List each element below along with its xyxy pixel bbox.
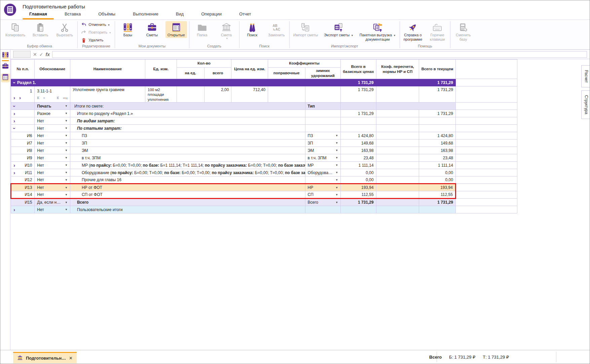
tab-structure[interactable]: Структура (581, 90, 590, 119)
dropdown[interactable]: Нет▼ (37, 177, 68, 182)
grid-cell[interactable] (305, 110, 341, 117)
formula-input[interactable] (52, 51, 587, 58)
grid-cell[interactable]: Нет▼ (35, 154, 70, 162)
grid-cell[interactable]: › (11, 206, 35, 213)
new-folder-button[interactable]: Папка (191, 21, 213, 38)
grid-cell[interactable]: Нет▼ (35, 125, 70, 132)
grid-cell[interactable]: И9 (11, 154, 35, 162)
grid-cell[interactable]: Тип (305, 103, 341, 110)
grid-cell[interactable]: в т.ч. ЗПМ (70, 154, 305, 162)
chevron-right-icon[interactable]: › (13, 112, 15, 115)
grid-cell[interactable]: 0,00 (341, 176, 376, 184)
grid-cell[interactable]: Прочие для главы 16 (70, 176, 305, 184)
grid-cell[interactable]: 1 424,80 (341, 132, 376, 139)
grid-cell[interactable]: И7 (11, 139, 35, 147)
change-base-button[interactable]: Сменитьбазу (452, 21, 474, 42)
help-about-button[interactable]: Справка опрограмме (402, 21, 424, 42)
grid-cell[interactable] (305, 206, 341, 213)
dropdown[interactable]: Нет▼ (37, 192, 68, 197)
grid-cell[interactable] (376, 125, 419, 132)
grid-cell[interactable]: И12 (11, 176, 35, 184)
grid-cell[interactable]: ЭМ (70, 147, 305, 154)
grid-cell[interactable]: И8 (11, 147, 35, 154)
dropdown[interactable]: Оборудование▼ (308, 170, 338, 175)
grid-cell[interactable]: По видам затрат: (70, 117, 305, 125)
grid-cell[interactable]: Нет▼ (35, 176, 70, 184)
dropdown[interactable]: Всего▼ (308, 200, 338, 205)
tab-volumes[interactable]: Объёмы (89, 9, 124, 19)
dropdown[interactable]: Да, если н…▼ (37, 200, 68, 205)
dropdown[interactable]: МР▼ (308, 163, 338, 168)
grid-cell[interactable]: ›И10 (11, 162, 35, 169)
delete-button[interactable]: Удалить (80, 37, 105, 44)
grid-cell[interactable]: Нет▼ (35, 191, 70, 199)
dropdown[interactable]: Нет▼ (37, 156, 68, 160)
grid-cell[interactable]: 1 111,14 (419, 162, 456, 169)
open-documents-button[interactable]: Открытые (165, 21, 187, 38)
grid-cell[interactable]: Нет▼ (35, 132, 70, 139)
dropdown[interactable]: Нет▼ (37, 185, 68, 190)
grid-cell[interactable]: 163,98 (419, 147, 456, 154)
grid-cell[interactable] (341, 125, 376, 132)
grid-cell[interactable] (376, 139, 419, 147)
close-icon[interactable]: ✕ (69, 356, 73, 361)
grid-cell[interactable]: ПЗ▼ (305, 132, 341, 139)
grid-cell[interactable]: 112,55 (341, 191, 376, 199)
strip-estimates-button[interactable] (1, 63, 10, 71)
grid-cell[interactable]: 0,00 (419, 176, 456, 184)
dropdown[interactable]: Нет▼ (37, 133, 68, 138)
grid-cell[interactable] (376, 169, 419, 176)
grid-cell[interactable] (376, 110, 419, 117)
chevron-right-icon[interactable]: › (19, 96, 21, 99)
dropdown[interactable]: Печать▼ (37, 104, 68, 109)
grid-cell[interactable] (376, 117, 419, 125)
grid-cell[interactable] (305, 117, 341, 125)
grid-cell[interactable] (419, 117, 456, 125)
tab-calculation[interactable]: Расчет (581, 65, 590, 87)
grid-cell[interactable]: 23,48 (419, 154, 456, 162)
grid-cell[interactable]: Нет▼ (35, 169, 70, 176)
dropdown[interactable]: Нет▼ (37, 163, 68, 168)
grid-cell[interactable] (305, 86, 341, 103)
cell-reference-input[interactable] (13, 51, 31, 58)
chevron-down-icon[interactable]: › (13, 105, 16, 107)
grid-cell[interactable]: 112,55 (419, 191, 456, 199)
tab-view[interactable]: Вид (167, 9, 193, 19)
chevron-right-icon[interactable]: › (13, 208, 15, 211)
grid-cell[interactable]: 0,00 (419, 169, 456, 176)
search-button[interactable]: Поиск (242, 21, 263, 38)
grid-cell[interactable]: 23,48 (341, 154, 376, 162)
fx-icon[interactable]: fx (45, 52, 49, 57)
grid-cell[interactable]: И13 (11, 184, 35, 191)
replace-button[interactable]: AB↳ACЗаменить (266, 21, 287, 38)
grid-cell[interactable]: Итоги по смете: (70, 103, 305, 110)
dropdown[interactable]: Разное▼ (37, 111, 68, 116)
grid-cell[interactable] (419, 206, 456, 213)
tab-operations[interactable]: Операции (192, 9, 230, 19)
grid-cell[interactable] (376, 199, 419, 206)
grid-cell[interactable] (305, 125, 341, 132)
grid-cell[interactable]: СП▼ (305, 191, 341, 199)
chevron-right-icon[interactable]: › (13, 171, 15, 174)
grid-cell[interactable]: 1 731,29 (419, 110, 456, 117)
grid-cell[interactable]: Пользовательские итоги (70, 206, 305, 213)
grid-cell[interactable]: в т.ч. ЗПМ▼ (305, 154, 341, 162)
grid-cell[interactable]: Нет▼ (35, 139, 70, 147)
dropdown[interactable]: Нет▼ (37, 126, 68, 131)
grid-cell[interactable]: 100 м2 площади уплотнения (145, 86, 177, 103)
tab-report[interactable]: Отчет (230, 9, 260, 19)
paste-button[interactable]: Вставить (30, 21, 51, 38)
grid-cell[interactable] (177, 86, 204, 103)
grid-cell[interactable]: НР от ФОТ (70, 184, 305, 191)
grid-cell[interactable]: Нет▼ (35, 184, 70, 191)
grid-cell[interactable]: 1 731,29 (341, 199, 376, 206)
grid-cell[interactable] (419, 125, 456, 132)
grid-cell[interactable]: 193,94 (341, 184, 376, 191)
grid-cell[interactable]: 712,40 (231, 86, 268, 103)
grid-cell[interactable]: Итоги по разделу «Раздел 1.» (70, 110, 305, 117)
chevron-right-icon[interactable]: › (13, 119, 15, 123)
document-tab[interactable]: Подготовительн… ✕ (13, 352, 77, 363)
grid-cell[interactable]: 163,98 (341, 147, 376, 154)
grid-cell[interactable]: Печать▼ (35, 103, 70, 110)
undo-button[interactable]: Отменить▼ (80, 21, 111, 28)
